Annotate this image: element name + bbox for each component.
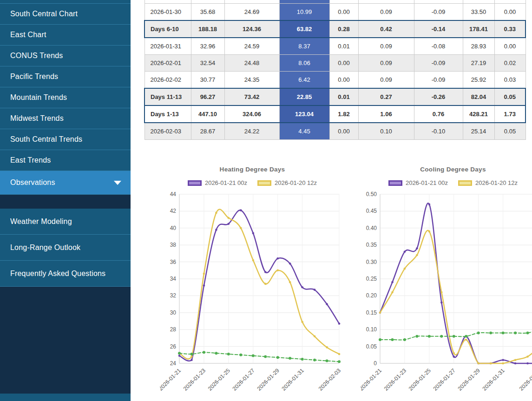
- sidebar-item-pacific-trends[interactable]: Pacific Trends: [0, 66, 131, 87]
- sidebar-item-south-central-chart[interactable]: South Central Chart: [0, 4, 131, 25]
- table-cell: 0.09: [358, 71, 414, 88]
- legend-swatch: [458, 180, 472, 186]
- data-point: [453, 352, 455, 354]
- table-row: 2026-02-0230.7724.356.420.000.09-0.0925.…: [144, 71, 525, 88]
- data-point: [514, 331, 517, 334]
- table-cell-highlight: 123.04: [279, 105, 329, 123]
- data-point: [415, 335, 418, 337]
- table-cell: 0.76: [414, 105, 463, 123]
- table-cell: 24.59: [224, 38, 279, 55]
- legend-item[interactable]: 2026-01-21 00z: [388, 179, 448, 186]
- x-axis-tick-label: 2026-01-31: [280, 367, 305, 392]
- data-point: [416, 254, 418, 256]
- row-label: Days 6-10: [144, 20, 191, 38]
- sidebar-item-label: Long-Range Outlook: [10, 243, 80, 252]
- legend-item[interactable]: 2026-01-21 00z: [188, 179, 247, 186]
- chart-plot: 00.050.100.150.200.250.300.350.400.450.5…: [361, 191, 532, 400]
- sidebar-item-east-trends[interactable]: East Trends: [0, 150, 131, 171]
- sidebar-item-observations[interactable]: Observations: [0, 171, 131, 195]
- table-cell: 0.00: [329, 54, 358, 71]
- data-point: [326, 303, 328, 305]
- table-cell: 32.54: [191, 54, 224, 71]
- data-point: [203, 272, 205, 275]
- x-axis-tick-label: 2026-01-29: [457, 367, 482, 392]
- data-point: [502, 362, 504, 364]
- sidebar-item-long-range-outlook[interactable]: Long-Range Outlook: [0, 235, 131, 261]
- sidebar-item-partial-top[interactable]: [0, 0, 131, 4]
- table-cell: 188.18: [191, 20, 224, 38]
- table-cell: 0.01: [329, 88, 358, 105]
- table-cell: 0.00: [329, 71, 358, 88]
- sidebar-item-conus-trends[interactable]: CONUS Trends: [0, 46, 131, 66]
- table-cell: 0.42: [358, 20, 414, 38]
- table-row: 2026-01-3132.9624.598.370.010.09-0.0828.…: [144, 38, 525, 55]
- sidebar-item-south-central-trends[interactable]: South Central Trends: [0, 129, 131, 150]
- table-cell: 0.28: [329, 20, 358, 38]
- data-point: [190, 359, 193, 361]
- data-point: [240, 227, 242, 229]
- chevron-down-icon: [114, 181, 121, 185]
- charts-row: Heating Degree Days 2026-01-21 00z2026-0…: [144, 166, 532, 400]
- sidebar-item-partial-bottom[interactable]: [0, 394, 131, 401]
- table-row: 2026-02-0132.5424.488.060.000.09-0.0927.…: [144, 54, 525, 71]
- table-cell: 33.50: [463, 3, 494, 20]
- table-cell: 0.33: [494, 20, 525, 38]
- data-point: [228, 223, 230, 225]
- table-row-summary: Days 11-1396.2773.4222.850.010.27-0.2682…: [144, 88, 525, 105]
- table-cell: 0.27: [358, 88, 414, 105]
- data-point: [391, 338, 394, 341]
- table-cell: 28.67: [191, 123, 224, 140]
- data-point: [264, 355, 267, 358]
- table-cell: 35.68: [191, 3, 224, 20]
- data-point: [453, 355, 455, 358]
- series-line: [380, 329, 532, 340]
- table-cell: -0.09: [414, 54, 463, 71]
- data-point: [289, 262, 291, 264]
- sidebar-item-midwest-trends[interactable]: Midwest Trends: [0, 108, 131, 129]
- sidebar-item-east-chart[interactable]: East Chart: [0, 25, 131, 46]
- chart-legend: 2026-01-21 00z2026-01-20 12z: [361, 179, 532, 187]
- x-axis-tick-label: 2026-01-23: [182, 367, 207, 392]
- x-axis-tick-label: 2026-01-25: [207, 367, 232, 392]
- table-cell: 1.82: [329, 105, 358, 123]
- x-axis-tick-label: 2026-01-25: [407, 367, 433, 392]
- data-point: [264, 271, 267, 273]
- data-point: [379, 338, 381, 341]
- data-point: [428, 335, 431, 337]
- data-point: [338, 360, 341, 363]
- legend-item[interactable]: 2026-01-20 12z: [458, 179, 518, 186]
- sidebar-secondary-nav: Weather ModelingLong-Range OutlookFreque…: [0, 209, 131, 287]
- data-point: [301, 286, 303, 288]
- table-cell: 24.35: [224, 71, 279, 88]
- data-point: [203, 284, 205, 287]
- y-axis-tick-label: 0.35: [366, 242, 377, 248]
- table-cell-highlight: 4.45: [279, 123, 329, 140]
- sidebar-primary-nav: South Central ChartEast ChartCONUS Trend…: [0, 4, 131, 195]
- data-point: [240, 209, 242, 211]
- table-row: 2026-01-3035.6824.6910.990.000.09-0.0933…: [144, 3, 525, 20]
- legend-swatch: [257, 180, 271, 186]
- table-cell: -0.08: [414, 38, 463, 55]
- data-point: [190, 352, 193, 355]
- data-point: [416, 247, 418, 250]
- y-axis-tick-label: 26: [170, 343, 177, 349]
- sidebar-item-frequently-asked-questions[interactable]: Frequently Asked Questions: [0, 261, 131, 287]
- series-line: [380, 203, 532, 363]
- sidebar-item-mountain-trends[interactable]: Mountain Trends: [0, 87, 131, 108]
- table-cell-highlight: 63.82: [279, 20, 329, 38]
- data-point: [502, 359, 504, 361]
- y-axis-tick-label: 0.15: [366, 309, 377, 316]
- x-axis-tick-label: 2026-01-27: [432, 367, 457, 392]
- legend-item[interactable]: 2026-01-20 12z: [257, 179, 317, 186]
- sidebar-item-label: Weather Modeling: [10, 217, 72, 226]
- table-cell-highlight: 8.37: [279, 38, 329, 55]
- x-axis-tick-label: 2026-02-03: [518, 367, 532, 392]
- table-cell: 0.00: [494, 3, 525, 20]
- table-cell: [414, 0, 463, 3]
- x-axis-tick-label: 2026-01-29: [256, 367, 281, 392]
- sidebar-item-weather-modeling[interactable]: Weather Modeling: [0, 209, 131, 235]
- table-cell: 1.73: [494, 105, 525, 123]
- y-axis-tick-label: 0.40: [366, 224, 377, 231]
- table-cell-highlight: 8.06: [279, 54, 329, 71]
- table-cell: [463, 0, 494, 3]
